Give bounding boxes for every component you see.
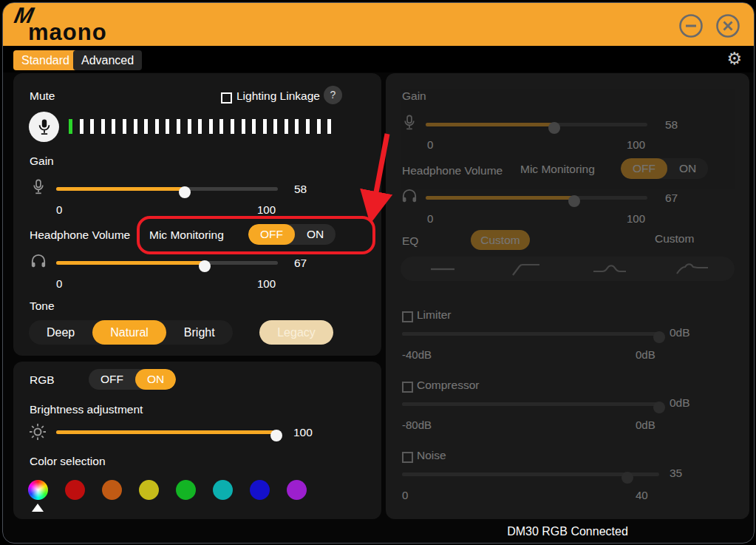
compressor-value: 0dB — [670, 396, 690, 410]
gain-min: 0 — [56, 203, 62, 216]
adv-headphone-label: Headphone Volume — [402, 164, 503, 177]
rgb-toggle[interactable]: OFF ON — [89, 369, 176, 390]
gain-slider[interactable] — [56, 183, 278, 194]
meter-segment — [209, 119, 213, 134]
help-badge[interactable]: ? — [324, 86, 342, 104]
adv-gain-min: 0 — [427, 138, 433, 151]
noise-label: Noise — [417, 449, 446, 462]
color-swatch-6[interactable] — [250, 480, 270, 500]
headphone-volume-slider-thumb[interactable] — [199, 260, 211, 272]
tone-natural-option[interactable]: Natural — [92, 320, 166, 345]
tone-segmented-control: Deep Natural Bright — [29, 320, 233, 345]
meter-segment — [144, 119, 148, 134]
noise-checkbox — [402, 452, 413, 463]
eq-flat-icon — [401, 261, 484, 277]
adv-gain-max: 100 — [627, 138, 645, 151]
title-bar: M maono — [3, 3, 754, 46]
meter-segment — [198, 119, 202, 134]
mic-monitoring-toggle[interactable]: OFF ON — [248, 224, 336, 245]
maono-logo: M maono — [15, 4, 107, 44]
noise-slider-thumb — [622, 472, 633, 484]
adv-headphone-min: 0 — [427, 212, 433, 225]
noise-min: 0 — [402, 489, 408, 501]
adv-headphone-slider-thumb — [568, 195, 580, 207]
rgb-off-option[interactable]: OFF — [89, 369, 135, 390]
minimize-button[interactable] — [678, 13, 704, 38]
tone-bright-option[interactable]: Bright — [166, 320, 233, 345]
meter-segment — [242, 119, 245, 134]
meter-segment — [112, 119, 115, 134]
tab-bar: Standard Advanced ⚙ — [3, 46, 754, 72]
tab-advanced[interactable]: Advanced — [73, 50, 142, 70]
meter-segment — [90, 119, 94, 134]
adv-mic-monitoring-toggle: OFF ON — [621, 158, 708, 179]
color-swatch-row — [28, 480, 307, 500]
input-level-meter — [69, 119, 331, 134]
gain-slider-thumb[interactable] — [179, 186, 191, 198]
brightness-value: 100 — [293, 426, 313, 439]
rgb-settings-card: RGB OFF ON Brightness adjustment 100 Col… — [13, 362, 381, 519]
adv-mic-monitoring-label: Mic Monitoring — [520, 163, 595, 176]
eq-bandpass-icon — [568, 261, 651, 277]
color-swatch-1[interactable] — [65, 480, 85, 500]
meter-segment — [134, 119, 137, 134]
meter-segment — [273, 119, 277, 134]
limiter-max: 0dB — [636, 348, 655, 361]
close-button[interactable] — [715, 13, 740, 38]
meter-segment — [263, 119, 267, 134]
meter-segment — [188, 119, 191, 134]
limiter-value: 0dB — [670, 326, 690, 339]
mute-mic-button[interactable] — [29, 112, 59, 142]
adv-gain-slider — [426, 118, 647, 130]
tone-deep-option[interactable]: Deep — [29, 320, 92, 345]
rgb-label: RGB — [30, 373, 55, 387]
noise-max: 40 — [636, 489, 648, 501]
microphone-icon — [402, 114, 417, 132]
meter-segment — [285, 119, 288, 134]
lighting-linkage-checkbox[interactable] — [221, 92, 232, 104]
color-wheel-swatch[interactable] — [28, 480, 48, 500]
headphone-icon — [401, 189, 418, 203]
rgb-on-option[interactable]: ON — [135, 369, 176, 390]
meter-segment — [306, 119, 310, 134]
meter-segment — [327, 119, 331, 134]
compressor-slider — [402, 398, 659, 410]
color-swatch-7[interactable] — [287, 480, 307, 500]
meter-segment — [252, 119, 256, 134]
mic-monitoring-on-option[interactable]: ON — [295, 224, 336, 245]
headphone-volume-value: 67 — [294, 257, 307, 270]
brightness-slider[interactable] — [56, 426, 276, 438]
adv-headphone-value: 67 — [665, 192, 678, 205]
headphone-volume-slider[interactable] — [56, 257, 278, 268]
tab-standard[interactable]: Standard — [13, 50, 78, 70]
meter-segment — [80, 119, 84, 134]
color-selection-label: Color selection — [30, 455, 106, 468]
mic-monitoring-off-option[interactable]: OFF — [248, 224, 295, 245]
microphone-icon — [31, 178, 46, 196]
color-swatch-5[interactable] — [213, 480, 233, 500]
settings-gear-icon[interactable]: ⚙ — [726, 49, 742, 69]
legacy-button[interactable]: Legacy — [259, 320, 333, 345]
brightness-slider-thumb[interactable] — [270, 430, 282, 441]
adv-mic-monitoring-off-option: OFF — [621, 158, 667, 179]
compressor-checkbox — [402, 382, 413, 393]
mic-monitoring-label: Mic Monitoring — [149, 229, 224, 242]
color-swatch-3[interactable] — [139, 480, 159, 500]
headphone-volume-max: 100 — [257, 277, 276, 290]
compressor-max: 0dB — [636, 419, 655, 431]
maono-logo-text: maono — [28, 21, 107, 44]
meter-segment — [177, 119, 180, 134]
adv-gain-label: Gain — [402, 89, 426, 103]
disabled-overlay-content: Gain 58 0 100 Headphone Volume Mic Monit… — [386, 73, 749, 519]
eq-custom-curve-icon — [651, 261, 735, 277]
noise-slider — [402, 468, 659, 480]
color-swatch-4[interactable] — [176, 480, 196, 500]
brightness-label: Brightness adjustment — [30, 403, 143, 416]
standard-settings-card: Mute Lighting Linkage ? Gain — [13, 73, 381, 356]
compressor-label: Compressor — [417, 379, 479, 392]
eq-preset-bar — [401, 257, 735, 281]
adv-headphone-slider — [426, 192, 647, 203]
eq-highpass-icon — [484, 261, 568, 277]
color-swatch-2[interactable] — [102, 480, 122, 500]
meter-segment — [166, 119, 169, 134]
